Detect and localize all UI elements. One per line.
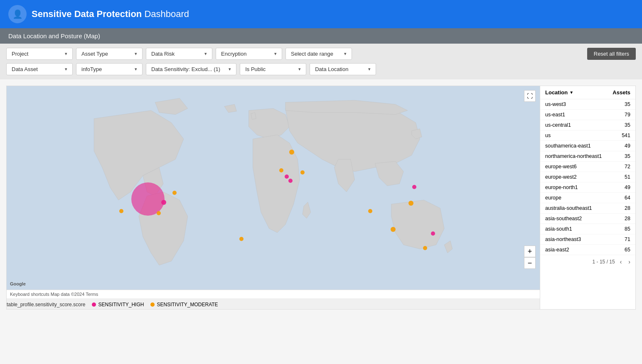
table-row: us-west335	[540, 99, 635, 110]
high-dot	[92, 303, 96, 307]
chevron-down-icon: ▾	[135, 51, 137, 57]
filter-encryption[interactable]: Encryption ▾	[216, 48, 282, 60]
filter-is-public[interactable]: Is Public ▾	[240, 63, 306, 75]
pagination: 1 - 15 / 15 ‹ ›	[540, 255, 635, 268]
world-map-svg	[7, 86, 540, 290]
location-name: us	[545, 133, 551, 138]
col-assets-header: Assets	[612, 89, 630, 96]
filter-data-risk[interactable]: Data Risk ▾	[146, 48, 212, 60]
col-location-header[interactable]: Location ▼	[545, 89, 573, 96]
table-row: southamerica-east149	[540, 141, 635, 151]
page-subtitle: Data Location and Posture (Map)	[8, 32, 100, 39]
table-row: us541	[540, 130, 635, 141]
location-assets: 72	[625, 164, 630, 170]
filter-date-range[interactable]: Select date range ▾	[285, 48, 352, 60]
table-row: asia-east265	[540, 245, 635, 255]
title-light: Dashboard	[142, 9, 189, 19]
location-assets: 28	[625, 216, 630, 221]
location-assets: 35	[625, 153, 630, 159]
location-rows-container: us-west335us-east179us-central135us541so…	[540, 99, 635, 255]
location-name: asia-east2	[545, 247, 569, 253]
filter-row-2: Data Asset ▾ infoType ▾ Data Sensitivity…	[6, 63, 636, 75]
app-logo: 👤	[8, 5, 27, 23]
logo-icon: 👤	[12, 9, 23, 19]
location-name: northamerica-northeast1	[545, 153, 602, 159]
location-assets: 35	[625, 122, 630, 128]
filter-asset-type[interactable]: Asset Type ▾	[76, 48, 143, 60]
location-name: asia-southeast2	[545, 216, 582, 221]
filter-infotype[interactable]: infoType ▾	[76, 63, 143, 75]
chevron-down-icon: ▾	[229, 66, 231, 72]
map-container[interactable]: ⛶ + − Google	[7, 86, 540, 290]
moderate-dot	[150, 303, 155, 307]
table-row: northamerica-northeast135	[540, 151, 635, 162]
location-assets: 49	[625, 143, 630, 149]
map-zoom-controls: + −	[524, 246, 536, 269]
location-name: us-central1	[545, 122, 571, 128]
page-sub-header: Data Location and Posture (Map)	[0, 28, 642, 44]
map-footer: Keyboard shortcuts Map data ©2024 Terms	[7, 290, 540, 298]
location-name: us-west3	[545, 101, 566, 107]
filter-data-sensitivity[interactable]: Data Sensitivity: Exclud... (1) ▾	[146, 63, 236, 75]
zoom-in-button[interactable]: +	[524, 246, 536, 257]
location-assets: 35	[625, 101, 630, 107]
map-footer-text: Keyboard shortcuts Map data ©2024 Terms	[10, 292, 98, 297]
table-row: europe-west251	[540, 172, 635, 182]
location-name: europe-west2	[545, 174, 577, 180]
chevron-down-icon: ▾	[65, 51, 67, 57]
location-name: australia-southeast1	[545, 205, 592, 211]
location-assets: 49	[625, 184, 630, 190]
filters-container: Project ▾ Asset Type ▾ Data Risk ▾ Encry…	[0, 44, 642, 79]
pagination-prev-button[interactable]: ‹	[618, 258, 624, 266]
legend-score-label: table_profile.sensitivity_score.score	[7, 302, 85, 307]
map-expand-button[interactable]: ⛶	[524, 90, 536, 102]
title-bold: Sensitive Data Protection	[32, 9, 142, 19]
location-assets: 64	[625, 195, 630, 201]
legend-item-moderate: SENSITIVITY_MODERATE	[150, 302, 218, 307]
location-name: europe	[545, 195, 561, 201]
location-assets: 51	[625, 174, 630, 180]
location-assets: 79	[625, 112, 630, 118]
chevron-down-icon: ▾	[65, 66, 67, 72]
location-name: europe-west6	[545, 164, 577, 170]
filter-project[interactable]: Project ▾	[6, 48, 73, 60]
table-row: europe-west672	[540, 162, 635, 172]
filter-data-location[interactable]: Data Location ▾	[310, 63, 376, 75]
location-side-panel: Location ▼ Assets us-west335us-east179us…	[540, 86, 636, 310]
table-row: asia-southeast228	[540, 214, 635, 224]
location-name: southamerica-east1	[545, 143, 591, 149]
table-row: europe64	[540, 193, 635, 203]
table-row: asia-south185	[540, 224, 635, 234]
app-header: 👤 Sensitive Data Protection Dashboard	[0, 0, 642, 28]
table-row: us-east179	[540, 110, 635, 120]
chevron-down-icon: ▾	[204, 51, 207, 57]
filter-row-1: Project ▾ Asset Type ▾ Data Risk ▾ Encry…	[6, 48, 636, 60]
chevron-down-icon: ▾	[274, 51, 277, 57]
location-name: europe-north1	[545, 184, 578, 190]
table-row: europe-north149	[540, 182, 635, 193]
pagination-info: 1 - 15 / 15	[593, 259, 615, 265]
location-assets: 65	[625, 247, 630, 253]
filter-data-asset[interactable]: Data Asset ▾	[6, 63, 73, 75]
location-name: us-east1	[545, 112, 565, 118]
chevron-down-icon: ▾	[135, 66, 137, 72]
location-assets: 85	[625, 226, 630, 232]
app-title: Sensitive Data Protection Dashboard	[32, 9, 189, 20]
legend-label-high: SENSITIVITY_HIGH	[98, 302, 144, 307]
location-name: asia-south1	[545, 226, 572, 232]
location-name: asia-northeast3	[545, 236, 581, 242]
pagination-next-button[interactable]: ›	[627, 258, 632, 266]
legend-item-high: SENSITIVITY_HIGH	[92, 302, 144, 307]
table-row: asia-northeast371	[540, 234, 635, 245]
expand-icon: ⛶	[527, 93, 533, 99]
location-assets: 71	[625, 236, 630, 242]
chevron-down-icon: ▾	[344, 51, 347, 57]
chevron-down-icon: ▾	[368, 66, 371, 72]
location-assets: 541	[622, 133, 630, 138]
reset-all-filters-button[interactable]: Reset all filters	[587, 48, 636, 60]
chevron-down-icon: ▾	[298, 66, 301, 72]
main-content: ⛶ + − Google Keyboard shortcuts Map data…	[0, 79, 642, 316]
google-logo: Google	[10, 281, 26, 286]
zoom-out-button[interactable]: −	[524, 257, 536, 269]
table-row: australia-southeast128	[540, 203, 635, 214]
